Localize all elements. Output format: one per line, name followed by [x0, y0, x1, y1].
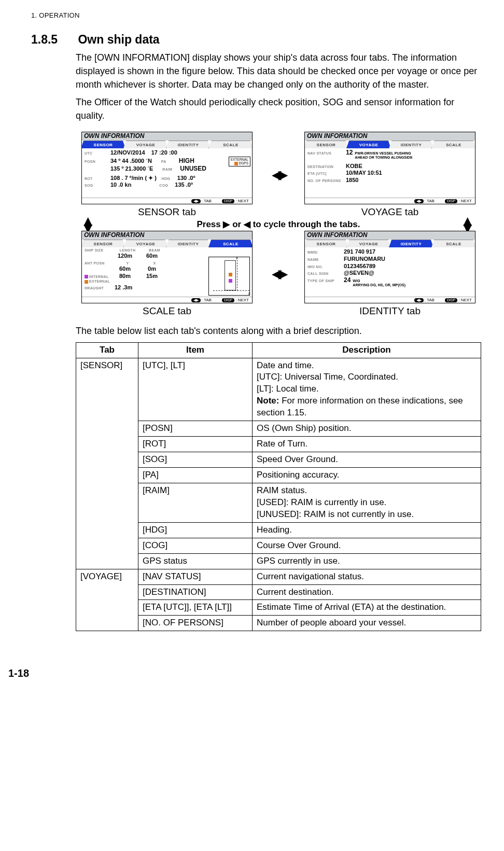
next-hint: : NEXT — [235, 298, 249, 302]
col-description: Description — [253, 342, 481, 358]
cell-desc: Date and time. [UTC]: Universal Time, Co… — [253, 358, 481, 421]
y-axis-line — [237, 257, 237, 291]
sensor-caption: SENSOR tab — [81, 206, 253, 218]
ext-antenna-marker — [229, 273, 232, 276]
tab-hint-icon: ◀▶ — [414, 199, 424, 203]
y-label: Y — [115, 261, 141, 266]
cell-item: [RAIM] — [138, 483, 253, 522]
next-hint: : NEXT — [458, 199, 472, 203]
tab-scale[interactable]: SCALE — [431, 141, 475, 148]
tab-voyage[interactable]: VOYAGE — [346, 240, 391, 247]
cell-desc: Current navigational status. — [253, 569, 481, 584]
next-hint-icon: DISP — [222, 298, 234, 302]
cycle-arrow-icon: ◀▶ — [82, 217, 95, 232]
desc-line: Date and time. — [257, 360, 314, 370]
sog-label: SOG — [85, 184, 110, 188]
eta-value: 10/MAY 10:51 — [346, 170, 382, 176]
callsign-label: CALL SIGN — [307, 272, 344, 276]
type-number: 24 — [344, 277, 351, 284]
tab-sensor[interactable]: SENSOR — [304, 240, 348, 247]
cell-desc: Heading. — [253, 522, 481, 538]
tab-identity[interactable]: IDENTITY — [389, 141, 433, 148]
cell-item: GPS status — [138, 553, 253, 569]
cell-desc: Rate of Turn. — [253, 437, 481, 452]
cell-item: [NAV STATUS] — [138, 569, 253, 584]
cell-item: [POSN] — [138, 421, 253, 437]
posn-lat: 34 º 44 .5000 ´N — [110, 158, 152, 164]
cycle-arrow-icon: ◀▶ — [272, 168, 285, 182]
cell-item: [NO. OF PERSONS] — [138, 616, 253, 631]
cycle-instruction: Press ▶ or ◀ to cycle through the tabs. — [111, 219, 445, 230]
panel-title: OWN INFORMATION — [82, 132, 252, 141]
x-label: X — [142, 261, 167, 266]
panel-footer: ◀▶: TAB DISP: NEXT — [82, 297, 252, 303]
section-heading: 1.8.5 Own ship data — [31, 33, 481, 47]
nav-status-line2: AHEAD OR TOWING ALONGSIDE — [355, 156, 412, 159]
cog-label: COG — [159, 184, 175, 188]
tab-hint-icon: ◀▶ — [191, 298, 201, 302]
tab-voyage[interactable]: VOYAGE — [123, 240, 168, 247]
imo-label: IMO NO. — [307, 265, 344, 269]
tab-bar[interactable]: SENSOR VOYAGE IDENTITY SCALE — [82, 240, 252, 247]
posn-lon: 135 º 21.3000 ´E — [110, 165, 153, 172]
paragraph-2: The Officer of the Watch should periodic… — [76, 95, 481, 122]
sog-value: 10 .0 kn — [110, 182, 131, 188]
paragraph-1: The [OWN INFORMATION] display shows your… — [76, 51, 481, 91]
cell-item: [UTC], [LT] — [138, 358, 253, 421]
tab-scale[interactable]: SCALE — [208, 240, 253, 247]
callsign-value: @SEVEN@ — [344, 270, 374, 276]
tab-hint-icon: ◀▶ — [414, 298, 424, 302]
internal-label: INTERNAL — [89, 275, 109, 278]
rot-label: ROT — [85, 177, 110, 181]
next-hint: : NEXT — [235, 199, 249, 203]
tab-scale[interactable]: SCALE — [208, 141, 253, 148]
utc-label: UTC — [85, 151, 110, 156]
table-header-row: Tab Item Description — [76, 342, 481, 358]
cell-desc: OS (Own Ship) position. — [253, 421, 481, 437]
tab-identity[interactable]: IDENTITY — [389, 240, 433, 247]
tab-scale[interactable]: SCALE — [431, 240, 475, 247]
tab-hint: : TAB — [425, 298, 435, 302]
utc-time: 17 :20 :00 — [151, 149, 177, 156]
cell-desc: Positioning accuracy. — [253, 468, 481, 483]
tab-bar[interactable]: SENSOR VOYAGE IDENTITY SCALE — [82, 141, 252, 148]
tab-sensor[interactable]: SENSOR — [81, 240, 125, 247]
table-row: [VOYAGE] [NAV STATUS]Current navigationa… — [76, 569, 481, 584]
cycle-arrow-icon: ◀▶ — [461, 217, 475, 232]
eta-label: ETA (UTC) — [307, 172, 346, 176]
cell-item: [COG] — [138, 538, 253, 553]
col-tab: Tab — [76, 342, 138, 358]
cell-desc: Estimate Time of Arrival (ETA) at the de… — [253, 600, 481, 616]
length-label: LENGTH — [115, 248, 141, 253]
tab-sensor[interactable]: SENSOR — [81, 141, 125, 148]
cell-desc: RAIM status. [USED]: RAIM is currently i… — [253, 483, 481, 522]
hdg-value: 130 .0º — [177, 175, 195, 182]
cog-value: 135 .0º — [175, 182, 193, 188]
tab-voyage[interactable]: VOYAGE — [123, 141, 168, 148]
raim-label: RAIM — [162, 168, 180, 172]
draught-label: DRAUGHT — [85, 286, 115, 290]
next-hint-icon: DISP — [445, 199, 457, 203]
tab-bar[interactable]: SENSOR VOYAGE IDENTITY SCALE — [305, 240, 475, 247]
external-dgps-box: EXTERNAL DGPS — [229, 157, 250, 166]
own-information-figure: OWN INFORMATION SENSOR VOYAGE IDENTITY S… — [81, 132, 475, 317]
cell-desc: Current destination. — [253, 584, 481, 600]
cell-item: [HDG] — [138, 522, 253, 538]
utc-date: 12/NOV/2014 — [110, 149, 145, 156]
panel-title: OWN INFORMATION — [82, 231, 252, 240]
desc-note-label: Note: — [257, 396, 279, 406]
cell-tab: [VOYAGE] — [76, 569, 138, 631]
tab-identity[interactable]: IDENTITY — [166, 141, 211, 148]
table-row: [SENSOR] [UTC], [LT] Date and time. [UTC… — [76, 358, 481, 421]
tab-sensor[interactable]: SENSOR — [304, 141, 348, 148]
int-antenna-marker — [229, 279, 232, 283]
tab-voyage[interactable]: VOYAGE — [346, 141, 391, 148]
external-marker-icon — [85, 280, 88, 284]
ship-diagram: Y X — [208, 257, 250, 296]
col-item: Item — [138, 342, 253, 358]
desc-line: [UTC]: Universal Time, Coordinated. — [257, 372, 398, 382]
external-x: 15m — [142, 273, 162, 280]
desc-line: [LT]: Local time. — [257, 384, 319, 394]
tab-identity[interactable]: IDENTITY — [166, 240, 211, 247]
tab-bar[interactable]: SENSOR VOYAGE IDENTITY SCALE — [305, 141, 475, 148]
